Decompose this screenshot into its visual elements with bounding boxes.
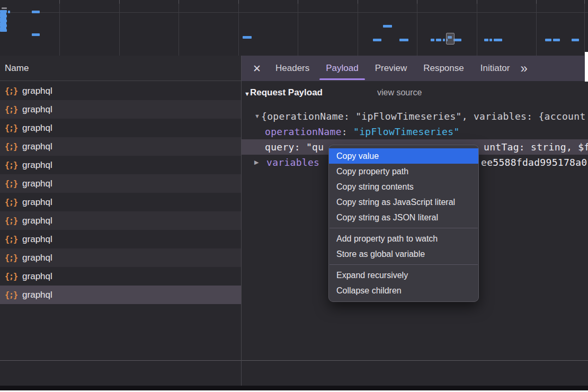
context-menu: Copy valueCopy property pathCopy string … — [328, 145, 479, 302]
waterfall-bar[interactable] — [32, 33, 40, 36]
tab-payload[interactable]: Payload — [318, 56, 366, 81]
overview-tick — [179, 0, 179, 4]
network-overview-timeline[interactable] — [0, 0, 588, 56]
menu-separator — [329, 264, 478, 265]
status-footer — [0, 361, 588, 386]
menu-item-copy-value[interactable]: Copy value — [329, 148, 478, 164]
panel-split-divider[interactable] — [241, 56, 242, 386]
request-row[interactable]: {;}graphql — [0, 230, 241, 248]
json-braces-icon: {;} — [5, 105, 17, 114]
waterfall-bar[interactable] — [32, 11, 40, 13]
menu-item-copy-string-as-javascript-literal[interactable]: Copy string as JavaScript literal — [329, 194, 478, 210]
json-braces-icon: {;} — [5, 235, 17, 244]
waterfall-bar[interactable] — [431, 39, 434, 41]
payload-root-row[interactable]: ▼ {operationName: "ipFlowTimeseries", va… — [242, 109, 588, 124]
request-row[interactable]: {;}graphql — [0, 137, 241, 156]
waterfall-bar[interactable] — [383, 25, 392, 28]
waterfall-bar[interactable] — [243, 36, 252, 39]
overview-gridline — [358, 4, 358, 56]
expand-caret-icon[interactable]: ▼ — [254, 109, 260, 124]
waterfall-bar[interactable] — [484, 39, 488, 41]
request-name-label: graphql — [22, 253, 52, 263]
request-name-label: graphql — [22, 234, 52, 245]
overview-tick — [536, 0, 537, 4]
view-source-link[interactable]: view source — [377, 88, 422, 97]
request-row[interactable]: {;}graphql — [0, 286, 241, 304]
menu-item-copy-string-as-json-literal[interactable]: Copy string as JSON literal — [329, 210, 478, 225]
details-tab-bar: ✕ HeadersPayloadPreviewResponseInitiator… — [241, 56, 585, 81]
requests-name-column-header[interactable]: Name — [0, 56, 241, 81]
overview-gridline — [536, 4, 537, 56]
request-name-label: graphql — [22, 141, 52, 152]
overview-gridline — [584, 4, 585, 56]
payload-operationname-row[interactable]: operationName: "ipFlowTimeseries" — [242, 124, 588, 139]
waterfall-bar[interactable] — [453, 39, 461, 41]
waterfall-bar[interactable] — [494, 39, 502, 41]
request-row[interactable]: {;}graphql — [0, 174, 241, 193]
waterfall-bar[interactable] — [0, 29, 7, 32]
waterfall-bar[interactable] — [8, 11, 10, 13]
property-value-string: "ipFlowTimeseries" — [353, 126, 459, 137]
request-row[interactable]: {;}graphql — [0, 211, 241, 230]
more-tabs-button[interactable]: » — [520, 56, 527, 81]
expand-caret-icon[interactable]: ▶ — [254, 155, 259, 170]
request-row[interactable]: {;}graphql — [0, 119, 241, 137]
requests-list: {;}graphql{;}graphql{;}graphql{;}graphql… — [0, 82, 241, 305]
tab-response[interactable]: Response — [416, 56, 471, 81]
menu-item-collapse-children[interactable]: Collapse children — [329, 283, 478, 298]
overview-gridline — [179, 4, 179, 56]
json-braces-icon: {;} — [5, 142, 17, 152]
request-name-label: graphql — [22, 179, 52, 189]
overview-tick — [59, 0, 60, 4]
waterfall-bar[interactable] — [572, 39, 579, 41]
request-payload-header: ▼ Request Payload view source — [242, 86, 588, 102]
payload-object-preview: {operationName: "ipFlowTimeseries", vari… — [261, 109, 586, 124]
json-braces-icon: {;} — [5, 253, 17, 263]
waterfall-bar[interactable] — [545, 39, 551, 41]
overview-tick — [298, 0, 298, 4]
waterfall-bar[interactable] — [553, 39, 560, 41]
waterfall-bar[interactable] — [373, 39, 381, 41]
waterfall-bar[interactable] — [399, 39, 408, 41]
window-bottom-edge — [0, 386, 588, 390]
menu-item-copy-property-path[interactable]: Copy property path — [329, 164, 478, 179]
query-value-visible-end: untTag: string, $f — [484, 139, 588, 155]
waterfall-bar[interactable] — [443, 39, 445, 41]
tab-headers[interactable]: Headers — [268, 56, 317, 81]
waterfall-bar[interactable] — [436, 39, 441, 41]
tab-preview[interactable]: Preview — [368, 56, 414, 81]
request-row[interactable]: {;}graphql — [0, 100, 241, 119]
request-row[interactable]: {;}graphql — [0, 248, 241, 267]
waterfall-bar[interactable] — [489, 39, 492, 41]
menu-item-expand-recursively[interactable]: Expand recursively — [329, 268, 478, 283]
query-value-visible-start: query: "qu — [265, 139, 324, 155]
json-braces-icon: {;} — [5, 123, 17, 133]
menu-item-copy-string-contents[interactable]: Copy string contents — [329, 179, 478, 194]
request-row[interactable]: {;}graphql — [0, 267, 241, 286]
json-braces-icon: {;} — [5, 161, 17, 170]
menu-item-add-property-path-to-watch[interactable]: Add property path to watch — [329, 231, 478, 246]
request-name-label: graphql — [22, 216, 52, 226]
close-icon: ✕ — [253, 63, 261, 75]
request-name-label: graphql — [22, 86, 52, 96]
tab-initiator[interactable]: Initiator — [473, 56, 518, 81]
overview-tick — [417, 0, 417, 4]
devtools-window: Name {;}graphql{;}graphql{;}graphql{;}gr… — [0, 0, 588, 386]
json-braces-icon: {;} — [5, 290, 17, 300]
tabs-container: HeadersPayloadPreviewResponseInitiator — [266, 56, 517, 81]
request-row[interactable]: {;}graphql — [0, 82, 241, 100]
overview-tick — [238, 0, 239, 4]
overview-scrubber-bar — [2, 7, 7, 9]
page-background-edge — [585, 52, 588, 82]
overview-selected-request-box — [446, 33, 455, 44]
request-row[interactable]: {;}graphql — [0, 193, 241, 211]
overview-horizontal-gridline — [0, 12, 588, 13]
json-braces-icon: {;} — [5, 179, 17, 189]
overview-gridline — [238, 4, 239, 56]
request-row[interactable]: {;}graphql — [0, 156, 241, 174]
section-collapse-caret-icon[interactable]: ▼ — [244, 91, 250, 97]
request-name-label: graphql — [22, 104, 52, 115]
json-braces-icon: {;} — [5, 272, 17, 281]
close-details-button[interactable]: ✕ — [247, 56, 266, 81]
menu-item-store-as-global-variable[interactable]: Store as global variable — [329, 246, 478, 262]
